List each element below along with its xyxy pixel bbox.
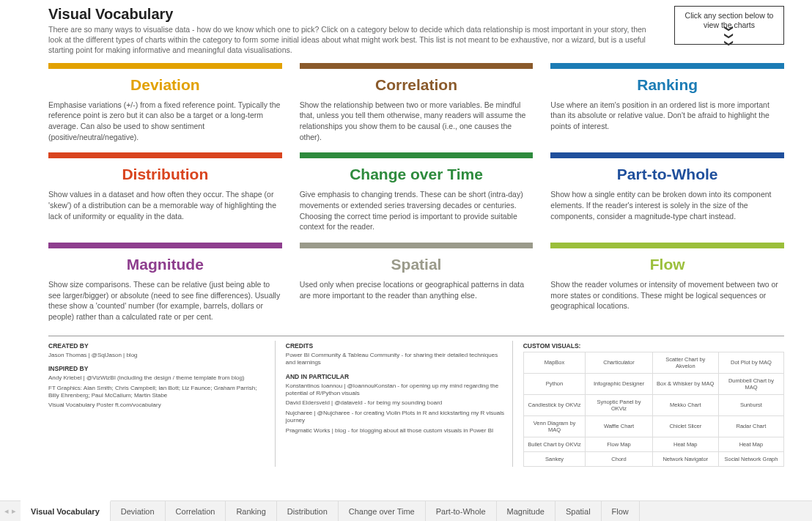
chevron-down-icon: ❯❯❯ bbox=[725, 25, 734, 47]
footer-line: Pragmatic Works | blog - for blogging ab… bbox=[286, 427, 505, 435]
tab-flow[interactable]: Flow bbox=[602, 501, 640, 521]
created-by-head: CREATED BY bbox=[48, 342, 267, 350]
tab-ranking[interactable]: Ranking bbox=[226, 501, 276, 521]
custom-visual-cell: Mekko Chart bbox=[652, 394, 718, 415]
custom-visual-cell: Radar Chart bbox=[718, 415, 783, 437]
custom-visual-cell: Network Navigator bbox=[652, 451, 718, 466]
hint-box: Click any section below to view the char… bbox=[674, 6, 784, 45]
tab-deviation[interactable]: Deviation bbox=[111, 501, 166, 521]
custom-visual-cell: Synoptic Panel by OKViz bbox=[586, 394, 652, 415]
custom-visual-cell: Sankey bbox=[523, 451, 586, 466]
tab-magnitude[interactable]: Magnitude bbox=[497, 501, 556, 521]
custom-visual-cell: Candlestick by OKViz bbox=[523, 394, 586, 415]
chevron-left-icon[interactable]: ◂ bbox=[4, 506, 9, 516]
category-card-flow[interactable]: FlowShow the reader volumes or intensity… bbox=[550, 243, 784, 322]
custom-visual-cell: Scatter Chart by Akvelon bbox=[652, 352, 718, 373]
category-title: Part-to-Whole bbox=[550, 166, 784, 183]
category-desc: Show values in a dataset and how often t… bbox=[48, 189, 282, 221]
category-title: Distribution bbox=[48, 166, 282, 183]
custom-visual-cell: Infographic Designer bbox=[586, 373, 652, 394]
footer-line: Nujcharee | @Nujcharee - for creating Vi… bbox=[286, 410, 505, 425]
footer-line: Konstantinos Ioannou | @IoannouKonstan -… bbox=[286, 383, 505, 398]
page-subtitle: There are so many ways to visualise data… bbox=[48, 24, 657, 56]
category-desc: Give emphasis to changing trends. These … bbox=[300, 189, 534, 232]
custom-visual-cell: Sunburst bbox=[718, 394, 783, 415]
category-desc: Show the relationship between two or mor… bbox=[300, 100, 534, 143]
category-color-bar bbox=[300, 152, 534, 158]
sheet-tabstrip: ◂ ▸ Visual VocabularyDeviationCorrelatio… bbox=[0, 500, 812, 521]
category-card-deviation[interactable]: DeviationEmphasise variations (+/-) from… bbox=[48, 63, 282, 143]
category-desc: Use where an item's position in an order… bbox=[550, 100, 784, 132]
category-title: Ranking bbox=[550, 76, 784, 94]
custom-visual-cell: Python bbox=[523, 373, 586, 394]
custom-visual-cell: MapBox bbox=[523, 352, 586, 373]
custom-visuals-head: CUSTOM VISUALS: bbox=[523, 342, 784, 350]
category-title: Correlation bbox=[300, 76, 534, 94]
category-card-distribution[interactable]: DistributionShow values in a dataset and… bbox=[48, 152, 282, 232]
tab-change-over-time[interactable]: Change over Time bbox=[339, 501, 426, 521]
tab-part-to-whole[interactable]: Part-to-Whole bbox=[426, 501, 497, 521]
category-color-bar bbox=[550, 243, 784, 248]
category-desc: Show size comparisons. These can be rela… bbox=[48, 279, 282, 322]
category-title: Magnitude bbox=[48, 256, 282, 273]
category-color-bar bbox=[48, 152, 282, 158]
footer-customvisuals-col: CUSTOM VISUALS: MapBoxCharticulatorScatt… bbox=[523, 341, 784, 467]
custom-visuals-table: MapBoxCharticulatorScatter Chart by Akve… bbox=[523, 352, 784, 467]
chevron-right-icon[interactable]: ▸ bbox=[12, 506, 16, 516]
category-color-bar bbox=[550, 63, 784, 69]
category-card-correlation[interactable]: CorrelationShow the relationship between… bbox=[300, 63, 534, 143]
tab-distribution[interactable]: Distribution bbox=[277, 501, 339, 521]
category-title: Deviation bbox=[48, 76, 282, 94]
category-card-ranking[interactable]: RankingUse where an item's position in a… bbox=[550, 63, 784, 143]
page-title: Visual Vocabulary bbox=[48, 6, 657, 23]
category-color-bar bbox=[550, 152, 784, 158]
tab-nav-arrows[interactable]: ◂ ▸ bbox=[0, 501, 21, 521]
category-desc: Show how a single entity can be broken d… bbox=[550, 189, 784, 221]
footer-created-col: CREATED BY Jason Thomas | @SqlJason | bl… bbox=[48, 341, 276, 467]
credits-line: Power BI Community & Tableau Community -… bbox=[286, 352, 505, 367]
footer-credits-col: CREDITS Power BI Community & Tableau Com… bbox=[286, 341, 513, 467]
category-color-bar bbox=[48, 63, 282, 69]
credits-head: CREDITS bbox=[286, 342, 505, 350]
custom-visual-cell: Chord bbox=[586, 451, 652, 466]
footer-line: Visual Vocabulary Poster ft.com/vocabula… bbox=[48, 402, 267, 409]
category-desc: Emphasise variations (+/-) from a fixed … bbox=[48, 100, 282, 143]
category-card-change-over-time[interactable]: Change over TimeGive emphasis to changin… bbox=[300, 152, 534, 232]
custom-visual-cell: Bullet Chart by OKViz bbox=[523, 437, 586, 451]
category-color-bar bbox=[300, 63, 534, 69]
footer-line: Andy Kriebel | @VizWizBI (including the … bbox=[48, 374, 267, 382]
custom-visual-cell: Chiclet Slicer bbox=[652, 415, 718, 437]
category-card-spatial[interactable]: SpatialUsed only when precise locations … bbox=[300, 243, 534, 322]
footer-line: FT Graphics: Alan Smith; Chris Campbell;… bbox=[48, 385, 267, 400]
category-title: Flow bbox=[550, 256, 784, 273]
category-title: Spatial bbox=[300, 256, 534, 273]
tab-spatial[interactable]: Spatial bbox=[556, 501, 602, 521]
inspired-by-head: INSPIRED BY bbox=[48, 365, 267, 372]
category-desc: Show the reader volumes or intensity of … bbox=[550, 279, 784, 311]
category-desc: Used only when precise locations or geog… bbox=[300, 279, 534, 300]
custom-visual-cell: Box & Whisker by MAQ bbox=[652, 373, 718, 394]
custom-visual-cell: Social Network Graph bbox=[718, 451, 783, 466]
category-color-bar bbox=[48, 243, 282, 248]
particular-head: AND IN PARTICULAR bbox=[286, 373, 505, 380]
custom-visual-cell: Heat Map bbox=[652, 437, 718, 451]
custom-visual-cell: Dumbbell Chart by MAQ bbox=[718, 373, 783, 394]
custom-visual-cell: Flow Map bbox=[586, 437, 652, 451]
custom-visual-cell: Waffle Chart bbox=[586, 415, 652, 437]
custom-visual-cell: Venn Diagram by MAQ bbox=[523, 415, 586, 437]
category-color-bar bbox=[300, 243, 534, 248]
custom-visual-cell: Charticulator bbox=[586, 352, 652, 373]
created-by-line: Jason Thomas | @SqlJason | blog bbox=[48, 352, 267, 359]
tab-correlation[interactable]: Correlation bbox=[166, 501, 226, 521]
footer-line: David Eldersveld | @dataveld - for being… bbox=[286, 399, 505, 407]
tab-visual-vocabulary[interactable]: Visual Vocabulary bbox=[21, 500, 111, 521]
custom-visual-cell: Heat Map bbox=[718, 437, 783, 451]
custom-visual-cell: Dot Plot by MAQ bbox=[718, 352, 783, 373]
category-title: Change over Time bbox=[300, 166, 534, 183]
category-card-part-to-whole[interactable]: Part-to-WholeShow how a single entity ca… bbox=[550, 152, 784, 232]
category-card-magnitude[interactable]: MagnitudeShow size comparisons. These ca… bbox=[48, 243, 282, 322]
